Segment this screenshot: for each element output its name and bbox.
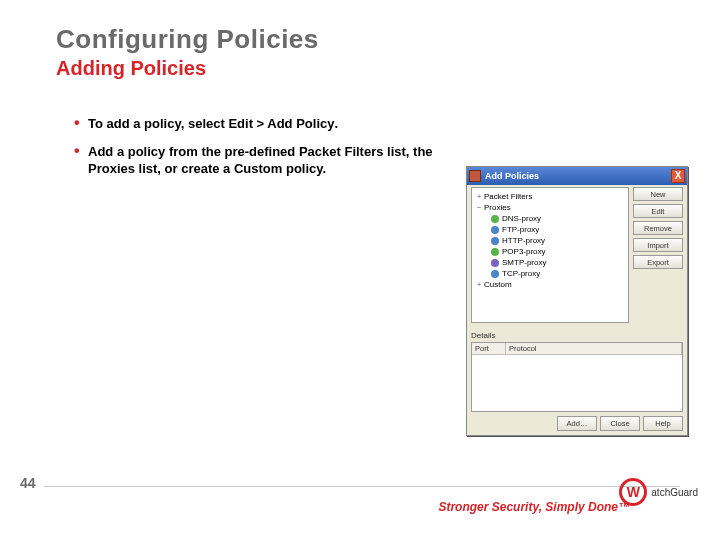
brand-logo: W atchGuard: [619, 478, 698, 506]
tree-node-custom[interactable]: Custom: [484, 280, 512, 289]
col-port[interactable]: Port: [472, 343, 506, 354]
footer-tagline: Stronger Security, Simply Done™: [438, 500, 630, 514]
proxy-icon: [491, 237, 499, 245]
bullet-list: To add a policy, select Edit > Add Polic…: [74, 115, 454, 188]
bullet-post: .: [334, 116, 338, 131]
proxy-icon: [491, 270, 499, 278]
details-label: Details: [471, 331, 495, 340]
tree-node-packet-filters[interactable]: Packet Filters: [484, 192, 532, 201]
new-button[interactable]: New: [633, 187, 683, 201]
remove-button[interactable]: Remove: [633, 221, 683, 235]
tree-item[interactable]: SMTP-proxy: [502, 258, 546, 267]
import-button[interactable]: Import: [633, 238, 683, 252]
policy-tree[interactable]: +Packet Filters −Proxies DNS-proxy FTP-p…: [471, 187, 629, 323]
slide-subtitle: Adding Policies: [56, 57, 319, 80]
tree-item[interactable]: DNS-proxy: [502, 214, 541, 223]
bullet-item: To add a policy, select Edit > Add Polic…: [74, 115, 454, 133]
add-button[interactable]: Add…: [557, 416, 597, 431]
page-number: 44: [20, 475, 36, 491]
tree-toggle-icon[interactable]: +: [474, 192, 484, 201]
tree-item[interactable]: HTTP-proxy: [502, 236, 545, 245]
proxy-icon: [491, 248, 499, 256]
proxy-icon: [491, 226, 499, 234]
dialog-titlebar[interactable]: Add Policies X: [467, 167, 687, 185]
dialog-title: Add Policies: [485, 171, 671, 181]
divider: [44, 486, 680, 487]
bullet-text: To add a policy, select: [88, 116, 228, 131]
add-policies-dialog: Add Policies X +Packet Filters −Proxies …: [466, 166, 688, 436]
proxy-icon: [491, 215, 499, 223]
slide-title: Configuring Policies: [56, 24, 319, 55]
close-icon[interactable]: X: [671, 169, 685, 183]
logo-text: atchGuard: [651, 487, 698, 498]
tree-node-proxies[interactable]: Proxies: [484, 203, 511, 212]
bullet-strong: Edit > Add Policy: [228, 116, 334, 131]
tree-item[interactable]: FTP-proxy: [502, 225, 539, 234]
help-button[interactable]: Help: [643, 416, 683, 431]
export-button[interactable]: Export: [633, 255, 683, 269]
close-button[interactable]: Close: [600, 416, 640, 431]
tree-toggle-icon[interactable]: −: [474, 203, 484, 212]
app-icon: [469, 170, 481, 182]
logo-mark-icon: W: [619, 478, 647, 506]
col-protocol[interactable]: Protocol: [506, 343, 682, 354]
tree-item[interactable]: TCP-proxy: [502, 269, 540, 278]
bullet-text: Add a policy from the pre-defined Packet…: [88, 144, 433, 177]
proxy-icon: [491, 259, 499, 267]
tree-item[interactable]: POP3-proxy: [502, 247, 546, 256]
tree-toggle-icon[interactable]: +: [474, 280, 484, 289]
edit-button[interactable]: Edit: [633, 204, 683, 218]
bullet-item: Add a policy from the pre-defined Packet…: [74, 143, 454, 178]
details-table[interactable]: Port Protocol: [471, 342, 683, 412]
